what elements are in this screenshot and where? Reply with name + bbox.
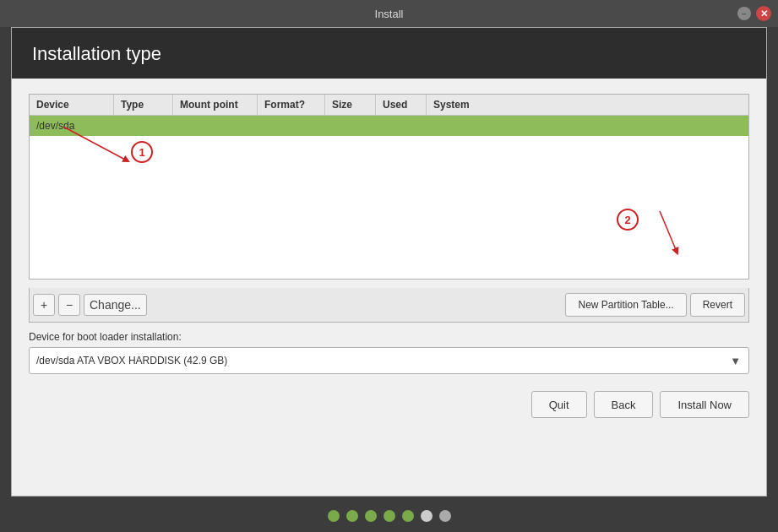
boot-loader-section: Device for boot loader installation: /de… [29,331,749,374]
quit-button[interactable]: Quit [531,391,587,418]
window-title: Install [375,8,404,20]
boot-loader-select[interactable]: /dev/sda ATA VBOX HARDDISK (42.9 GB) [29,347,749,374]
row-system [427,116,528,136]
row-used [376,116,427,136]
step-dot-2 [346,510,358,522]
col-type: Type [114,95,173,115]
boot-loader-select-wrapper: /dev/sda ATA VBOX HARDDISK (42.9 GB) ▼ [29,347,749,374]
annotation-arrow-2 [630,203,698,262]
step-dot-7 [439,510,451,522]
annotation-1: 1 [131,141,153,163]
back-button[interactable]: Back [594,391,654,418]
step-dot-6 [421,510,433,522]
minimize-button[interactable]: − [737,7,751,20]
step-dot-1 [328,510,340,522]
remove-partition-button[interactable]: − [58,294,80,316]
step-dot-3 [365,510,377,522]
revert-button[interactable]: Revert [690,293,745,317]
change-partition-button[interactable]: Change... [84,294,147,316]
row-size [325,116,376,136]
col-device: Device [30,95,114,115]
add-partition-button[interactable]: + [33,294,55,316]
partition-table-header: Device Type Mount point Format? Size Use… [30,95,748,116]
col-size: Size [325,95,376,115]
title-bar: Install − ✕ [0,0,778,27]
col-used: Used [376,95,427,115]
svg-line-0 [63,127,127,160]
svg-line-1 [660,211,677,252]
main-window: Installation type Device Type Mount poin… [11,27,767,497]
col-mount: Mount point [173,95,258,115]
window-header: Installation type [12,28,766,79]
step-dot-4 [384,510,395,522]
row-format [258,116,325,136]
install-now-button[interactable]: Install Now [660,391,749,418]
page-title: Installation type [32,43,746,65]
partition-toolbar: + − Change... New Partition Table... Rev… [29,288,749,323]
partition-table-wrapper: Device Type Mount point Format? Size Use… [29,94,749,280]
window-body: Device Type Mount point Format? Size Use… [12,79,766,496]
row-mount [173,116,258,136]
annotation-2: 2 [617,209,639,231]
window-controls: − ✕ [737,6,771,21]
col-system: System [427,95,528,115]
partition-table-body: /dev/sda 1 [30,116,748,279]
step-dot-5 [402,510,414,522]
boot-loader-label: Device for boot loader installation: [29,331,749,343]
col-format: Format? [258,95,325,115]
new-partition-table-button[interactable]: New Partition Table... [565,293,686,317]
step-dots [0,497,778,532]
close-button[interactable]: ✕ [756,6,771,21]
bottom-buttons: Quit Back Install Now [29,383,749,421]
